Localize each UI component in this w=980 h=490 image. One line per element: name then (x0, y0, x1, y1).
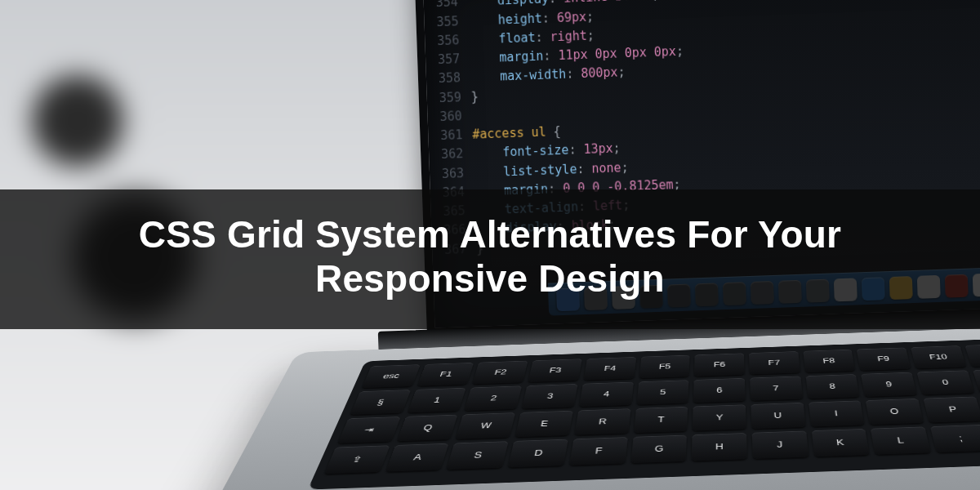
keyboard-key: F (569, 437, 627, 466)
keyboard-key: E (515, 411, 573, 438)
keyboard: escF1F2F3F4F5F6F7F8F9F10F11F12⏏§12345678… (308, 335, 980, 490)
keyboard-key: F1 (417, 363, 474, 386)
keyboard-key: F4 (583, 357, 635, 381)
keyboard-key: F2 (473, 361, 528, 385)
keyboard-key: 6 (693, 378, 746, 403)
title-overlay: CSS Grid System Alternatives For Your Re… (0, 189, 980, 329)
keyboard-key: A (385, 443, 449, 472)
keyboard-key: S (447, 441, 509, 470)
keyboard-key: O (866, 399, 924, 425)
keyboard-key: U (751, 403, 805, 429)
keyboard-key: R (574, 408, 630, 434)
keyboard-key: ⇥ (337, 416, 400, 443)
keyboard-key: 4 (579, 382, 634, 407)
keyboard-key: P (924, 397, 980, 423)
keyboard-key: § (350, 390, 410, 415)
keyboard-key: 9 (862, 372, 918, 397)
keyboard-key: I (808, 400, 865, 426)
keyboard-key: esc (362, 364, 421, 388)
keyboard-key: F3 (528, 359, 581, 382)
keyboard-key: - (973, 368, 980, 393)
keyboard-key: 8 (805, 374, 860, 399)
keyboard-key: F11 (964, 344, 980, 367)
keyboard-key: F10 (911, 345, 966, 368)
keyboard-key: F7 (749, 351, 800, 374)
keyboard-key: 7 (750, 376, 803, 401)
hero-scene: 353#access { 354 display: inline-block; … (0, 0, 980, 490)
keyboard-key: 5 (636, 380, 689, 404)
keyboard-key: D (508, 439, 568, 468)
keyboard-key: K (812, 429, 871, 457)
keyboard-key: 2 (465, 385, 522, 411)
keyboard-key: L (871, 426, 931, 454)
keyboard-key: G (630, 435, 687, 464)
keyboard-key: J (752, 431, 808, 459)
keyboard-key: 3 (522, 384, 578, 409)
keyboard-key: 1 (408, 388, 466, 413)
keyboard-key: F6 (694, 353, 745, 376)
article-title: CSS Grid System Alternatives For Your Re… (33, 212, 947, 301)
keyboard-key: ⇪ (324, 445, 390, 474)
keyboard-key: F5 (639, 355, 690, 379)
keyboard-key: F8 (803, 350, 855, 372)
keyboard-key: ; (930, 425, 980, 452)
keyboard-key: F9 (857, 347, 911, 370)
keyboard-key: Q (397, 415, 458, 442)
keyboard-key: W (456, 412, 515, 439)
keyboard-key: T (634, 407, 688, 433)
keyboard-key: 0 (917, 370, 974, 394)
keyboard-key: Y (693, 404, 746, 430)
keyboard-key: H (692, 433, 747, 461)
